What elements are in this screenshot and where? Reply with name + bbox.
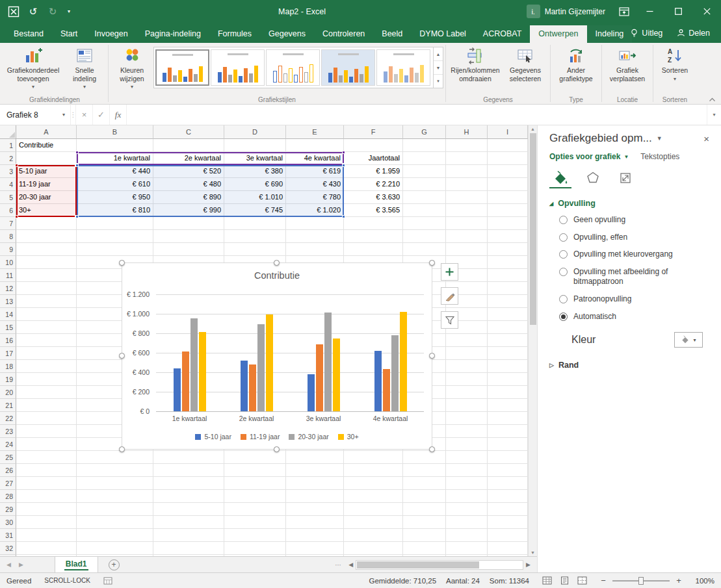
cell-G1[interactable] [403, 139, 446, 152]
bar-20-30-jaar-q3[interactable] [324, 313, 332, 411]
cell-G31[interactable] [403, 529, 446, 542]
cell-I33[interactable] [488, 555, 528, 556]
col-header-G[interactable]: G [403, 125, 446, 139]
ribbon-tab-invoegen[interactable]: Invoegen [86, 25, 136, 43]
cell-G8[interactable] [403, 230, 446, 243]
user-name[interactable]: Martin Gijzemijter [545, 7, 605, 16]
row-header-32[interactable]: 32 [0, 542, 16, 555]
cell-I1[interactable] [488, 139, 528, 152]
cell-B32[interactable] [77, 542, 153, 555]
cell-B1[interactable] [77, 139, 153, 152]
zoom-percentage[interactable]: 100% [692, 577, 714, 585]
cell-I3[interactable] [488, 165, 528, 178]
cell-D25[interactable] [224, 451, 286, 464]
cell-F29[interactable] [344, 503, 403, 516]
cell-E2[interactable]: 4e kwartaal [286, 152, 344, 165]
cell-I8[interactable] [488, 230, 528, 243]
cell-C29[interactable] [153, 503, 224, 516]
row-header-2[interactable]: 2 [0, 152, 16, 165]
prev-sheet-icon[interactable]: ◀ [7, 561, 11, 568]
cell-I28[interactable] [488, 490, 528, 503]
cell-F33[interactable] [344, 555, 403, 556]
size-properties-icon[interactable] [614, 169, 636, 188]
tab-splitter[interactable]: ⋯ [335, 561, 342, 569]
cell-I10[interactable] [488, 256, 528, 269]
bar-20-30-jaar-q4[interactable] [391, 335, 399, 411]
cell-I32[interactable] [488, 542, 528, 555]
cell-E8[interactable] [286, 230, 344, 243]
cell-H29[interactable] [446, 503, 488, 516]
fill-line-icon[interactable] [549, 169, 571, 188]
cell-G4[interactable] [403, 178, 446, 191]
cell-F8[interactable] [344, 230, 403, 243]
cell-B2[interactable]: 1e kwartaal [77, 152, 153, 165]
radio-icon[interactable] [559, 295, 568, 303]
close-button[interactable] [692, 0, 721, 23]
formula-bar-splitter[interactable]: ⋮ [70, 105, 75, 125]
vertical-scroll-thumb[interactable] [530, 133, 536, 325]
cell-H17[interactable] [446, 347, 488, 360]
color-picker-button[interactable]: ▾ [674, 332, 703, 348]
scroll-up-icon[interactable]: ▲ [531, 127, 535, 131]
fill-option-opvulling-met-afbeelding-of-bitmappatroon[interactable]: Opvulling met afbeelding of bitmappatroo… [559, 267, 712, 287]
cell-G7[interactable] [403, 217, 446, 230]
cell-C7[interactable] [153, 217, 224, 230]
cell-H28[interactable] [446, 490, 488, 503]
row-header-7[interactable]: 7 [0, 217, 16, 230]
row-header-16[interactable]: 16 [0, 334, 16, 347]
switch-row-column-button[interactable]: Rijen/kolommen omdraaien [448, 44, 503, 83]
maximize-button[interactable] [664, 0, 692, 23]
cell-H18[interactable] [446, 360, 488, 373]
cell-E30[interactable] [286, 516, 344, 529]
cell-G9[interactable] [403, 243, 446, 256]
chart-plot-area[interactable] [156, 294, 424, 411]
row-header-6[interactable]: 6 [0, 204, 16, 217]
row-header-24[interactable]: 24 [0, 438, 16, 451]
cell-D29[interactable] [224, 503, 286, 516]
cell-A14[interactable] [16, 308, 77, 321]
col-header-E[interactable]: E [286, 125, 344, 139]
cell-E29[interactable] [286, 503, 344, 516]
cell-A8[interactable] [16, 230, 77, 243]
cell-F6[interactable]: € 3.565 [344, 204, 403, 217]
chart-resize-handle[interactable] [274, 260, 280, 266]
row-header-17[interactable]: 17 [0, 347, 16, 360]
chart-style-thumbnail-2[interactable] [211, 49, 265, 86]
cell-B5[interactable]: € 950 [77, 191, 153, 204]
cell-H31[interactable] [446, 529, 488, 542]
chart-resize-handle[interactable] [429, 446, 435, 452]
cell-B33[interactable] [77, 555, 153, 556]
cell-I29[interactable] [488, 503, 528, 516]
cell-F2[interactable]: Jaartotaal [344, 152, 403, 165]
cell-H4[interactable] [446, 178, 488, 191]
cell-D33[interactable] [224, 555, 286, 556]
confirm-entry-button[interactable]: ✓ [92, 105, 109, 125]
cell-E4[interactable]: € 430 [286, 178, 344, 191]
bar-5-10-jaar-q3[interactable] [308, 374, 315, 411]
row-header-13[interactable]: 13 [0, 295, 16, 308]
cell-D3[interactable]: € 380 [224, 165, 286, 178]
cell-E28[interactable] [286, 490, 344, 503]
row-header-1[interactable]: 1 [0, 139, 16, 152]
ribbon-tab-ontwerpen[interactable]: Ontwerpen [530, 25, 586, 43]
cell-F25[interactable] [344, 451, 403, 464]
col-header-H[interactable]: H [446, 125, 488, 139]
cell-G26[interactable] [403, 464, 446, 477]
sheet-tab-blad1[interactable]: Blad1 [55, 557, 98, 572]
bar-11-19-jaar-q4[interactable] [383, 369, 390, 411]
cell-D27[interactable] [224, 477, 286, 490]
customize-qat-button[interactable]: ▾ [62, 0, 75, 23]
redo-button[interactable]: ↻ [43, 0, 62, 23]
chart-resize-handle[interactable] [429, 260, 435, 266]
gallery-down-icon[interactable]: ▼ [434, 61, 443, 75]
cell-H6[interactable] [446, 204, 488, 217]
undo-button[interactable]: ↺ [23, 0, 43, 23]
cell-C27[interactable] [153, 477, 224, 490]
cell-I26[interactable] [488, 464, 528, 477]
ribbon-tab-start[interactable]: Start [52, 25, 86, 43]
cell-D8[interactable] [224, 230, 286, 243]
bar-20-30-jaar-q2[interactable] [257, 324, 265, 411]
ribbon-tab-controleren[interactable]: Controleren [314, 25, 373, 43]
cancel-entry-button[interactable]: × [75, 105, 92, 125]
chart-style-thumbnail-4[interactable] [321, 49, 375, 86]
